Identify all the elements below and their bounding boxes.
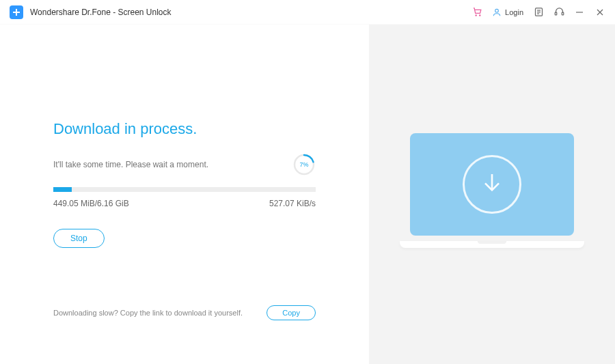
- svg-rect-6: [555, 12, 557, 15]
- svg-point-2: [476, 15, 476, 16]
- svg-point-3: [479, 15, 480, 16]
- main-content: Download in process. It'll take some tim…: [0, 25, 615, 364]
- download-arrow-icon: [478, 171, 506, 198]
- login-button[interactable]: Login: [492, 8, 523, 17]
- titlebar: Wondershare Dr.Fone - Screen Unlock Logi…: [0, 0, 615, 25]
- svg-rect-7: [562, 12, 564, 15]
- stop-button[interactable]: Stop: [53, 229, 105, 248]
- progress-ring: 7%: [292, 153, 316, 176]
- titlebar-controls: Login: [472, 7, 605, 18]
- app-logo: [10, 5, 23, 19]
- svg-point-4: [495, 9, 499, 12]
- download-size: 449.05 MiB/6.16 GiB: [53, 199, 129, 208]
- progress-bar: [53, 187, 316, 192]
- download-stats: 449.05 MiB/6.16 GiB 527.07 KiB/s: [53, 199, 316, 208]
- app-title: Wondershare Dr.Fone - Screen Unlock: [30, 8, 172, 17]
- svg-rect-1: [13, 12, 20, 13]
- progress-fill: [53, 187, 72, 192]
- footer-row: Downloading slow? Copy the link to downl…: [53, 305, 316, 320]
- feedback-icon[interactable]: [533, 7, 544, 18]
- laptop-screen: [410, 133, 574, 236]
- download-circle-icon: [463, 155, 521, 214]
- progress-percent-label: 7%: [292, 153, 316, 176]
- laptop-base: [400, 241, 584, 248]
- slow-download-text: Downloading slow? Copy the link to downl…: [53, 309, 243, 317]
- laptop-illustration: [403, 133, 581, 256]
- download-heading: Download in process.: [53, 120, 316, 138]
- login-label: Login: [505, 8, 523, 16]
- left-panel: Download in process. It'll take some tim…: [0, 25, 369, 364]
- copy-link-button[interactable]: Copy: [266, 305, 316, 320]
- support-icon[interactable]: [554, 7, 564, 18]
- plus-icon: [12, 8, 20, 16]
- subtext-row: It'll take some time. Please wait a mome…: [53, 153, 316, 176]
- user-icon: [492, 8, 502, 17]
- right-panel: [369, 25, 615, 364]
- minimize-button[interactable]: [574, 7, 585, 18]
- close-button[interactable]: [594, 7, 605, 18]
- wait-message: It'll take some time. Please wait a mome…: [53, 160, 208, 169]
- cart-icon[interactable]: [472, 7, 482, 18]
- download-speed: 527.07 KiB/s: [269, 199, 316, 208]
